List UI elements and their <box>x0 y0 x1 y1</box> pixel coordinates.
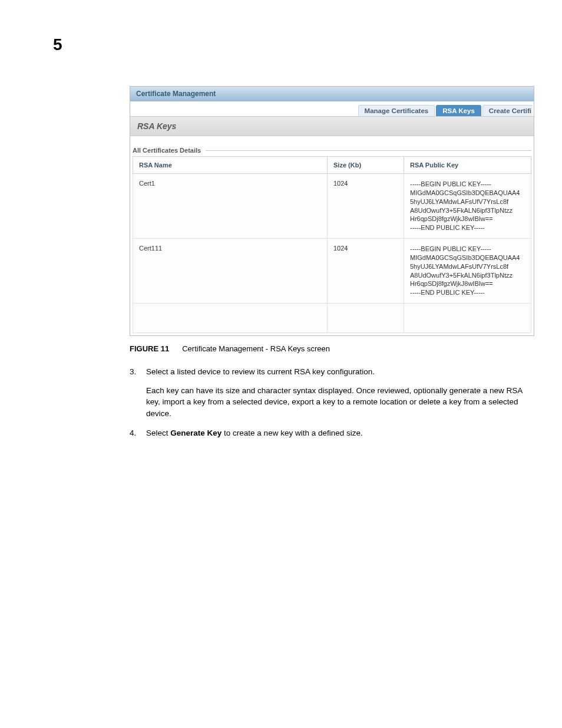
step4-suffix: to create a new key with a defined size. <box>222 429 362 437</box>
tab-create-certificate[interactable]: Create Certifi <box>482 105 533 116</box>
certificate-management-panel: Certificate Management Manage Certificat… <box>130 86 534 336</box>
table-row[interactable]: Cert111 1024 -----BEGIN PUBLIC KEY----- … <box>133 239 531 304</box>
instruction-list: 3. Select a listed device to review its … <box>130 366 534 439</box>
certificates-details-fieldset: All Certificates Details RSA Name Size (… <box>130 136 534 335</box>
th-size[interactable]: Size (Kb) <box>328 157 404 174</box>
cell-public-key: -----BEGIN PUBLIC KEY----- MIGdMA0GCSqGS… <box>404 174 531 239</box>
cell-public-key: -----BEGIN PUBLIC KEY----- MIGdMA0GCSqGS… <box>404 239 531 304</box>
fieldset-rule <box>206 150 531 151</box>
tab-bar: Manage Certificates RSA Keys Create Cert… <box>130 101 534 116</box>
step4-bold: Generate Key <box>170 429 222 437</box>
list-text: Select Generate Key to create a new key … <box>146 427 534 439</box>
figure-caption: FIGURE 11Certificate Management - RSA Ke… <box>130 344 534 353</box>
cell-name: Cert111 <box>133 239 328 304</box>
panel-title: Certificate Management <box>130 87 534 101</box>
cell-size: 1024 <box>328 174 404 239</box>
cell-size: 1024 <box>328 239 404 304</box>
list-text: Select a listed device to review its cur… <box>146 366 534 378</box>
list-item-4: 4. Select Generate Key to create a new k… <box>130 427 534 439</box>
th-rsa-name[interactable]: RSA Name <box>133 157 328 174</box>
list-item-3-para: Each key can have its size and character… <box>146 385 534 420</box>
cell-empty <box>133 304 328 333</box>
cell-name: Cert1 <box>133 174 328 239</box>
th-public-key[interactable]: RSA Public Key <box>404 157 531 174</box>
tab-rsa-keys[interactable]: RSA Keys <box>436 105 481 116</box>
figure-caption-text: Certificate Management - RSA Keys screen <box>182 344 330 353</box>
cell-empty <box>328 304 404 333</box>
fieldset-legend: All Certificates Details <box>133 147 201 154</box>
table-row[interactable]: Cert1 1024 -----BEGIN PUBLIC KEY----- MI… <box>133 174 531 239</box>
fieldset-legend-row: All Certificates Details <box>130 147 534 154</box>
subheader-rsa-keys: RSA Keys <box>130 116 534 136</box>
list-num: 3. <box>130 366 146 378</box>
tab-manage-certificates[interactable]: Manage Certificates <box>358 105 435 116</box>
content-area: Certificate Management Manage Certificat… <box>130 86 534 439</box>
page-number: 5 <box>53 35 62 54</box>
step4-prefix: Select <box>146 429 170 437</box>
tabs-spacer <box>134 105 358 116</box>
table-header-row: RSA Name Size (Kb) RSA Public Key <box>133 157 531 174</box>
list-item-3: 3. Select a listed device to review its … <box>130 366 534 378</box>
figure-label: FIGURE 11 <box>130 344 169 353</box>
table-row-empty <box>133 304 531 333</box>
list-num: 4. <box>130 427 146 439</box>
cell-empty <box>404 304 531 333</box>
rsa-keys-table: RSA Name Size (Kb) RSA Public Key Cert1 … <box>133 156 531 333</box>
